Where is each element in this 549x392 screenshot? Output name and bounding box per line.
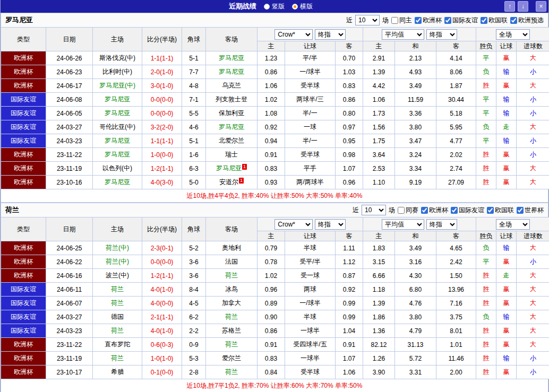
same-filter[interactable]: 同赛 bbox=[398, 206, 418, 215]
euro-home-odds-cell: 1.39 bbox=[363, 297, 395, 310]
euro-home-odds-cell: 1.18 bbox=[363, 283, 395, 297]
handicap-away-odds-cell: 1.07 bbox=[336, 162, 363, 176]
competition-filter[interactable]: 欧国联 bbox=[487, 206, 514, 215]
col-score-header: 比分(半场) bbox=[142, 28, 182, 51]
euro-away-odds-cell: 4.14 bbox=[436, 51, 476, 65]
home-team-cell: 罗马尼亚 bbox=[93, 134, 142, 148]
scope-select[interactable]: 全场 bbox=[496, 219, 530, 230]
same-filter-checkbox[interactable] bbox=[391, 17, 398, 24]
handicap-final-odds-select[interactable]: 终指 bbox=[315, 219, 346, 230]
competition-filter[interactable]: 世界杯 bbox=[517, 206, 544, 215]
same-filter[interactable]: 同主 bbox=[391, 16, 412, 25]
result-cell: 负 bbox=[476, 310, 496, 324]
down-arrow-icon: ↓ bbox=[521, 3, 525, 10]
euro-draw-odds-cell: 3.36 bbox=[395, 107, 436, 120]
competition-filter[interactable]: 欧洲预选 bbox=[510, 16, 544, 25]
competition-cell: 欧洲杯 bbox=[1, 365, 46, 379]
europe-final-odds-select[interactable]: 终指 bbox=[426, 29, 457, 40]
same-filter-checkbox[interactable] bbox=[398, 207, 405, 214]
competition-filter[interactable]: 国际友谊 bbox=[444, 16, 478, 25]
handicap-line-cell: 半/一 bbox=[285, 134, 336, 148]
scope-select[interactable]: 全场 bbox=[496, 29, 530, 40]
handicap-odds-source-select[interactable]: Crow* bbox=[274, 219, 313, 230]
euro-draw-odds-cell: 6.80 bbox=[395, 283, 436, 297]
handicap-result-cell: 赢 bbox=[496, 51, 517, 65]
euro-away-odds-cell: 5.18 bbox=[436, 107, 476, 120]
match-count-select[interactable]: 10 bbox=[362, 205, 386, 215]
competition-checkbox[interactable] bbox=[517, 207, 524, 214]
layout-radio[interactable]: 横版 bbox=[292, 2, 313, 11]
competition-filter[interactable]: 欧国联 bbox=[481, 16, 508, 25]
team-label: 荷兰 bbox=[225, 313, 238, 320]
handicap-final-odds-select[interactable]: 终指 bbox=[315, 29, 346, 40]
goals-result-cell: 小 bbox=[517, 93, 549, 107]
competition-checkbox[interactable] bbox=[487, 207, 494, 214]
team-section: 荷兰 近 10 场 同赛 欧洲杯国际友谊欧国联世界杯 bbox=[1, 203, 548, 392]
competition-filter[interactable]: 欧洲杯 bbox=[421, 206, 448, 215]
europe-odds-source-select[interactable]: 平均值 bbox=[382, 29, 424, 40]
date-cell: 24-03-23 bbox=[46, 324, 93, 338]
competition-cell: 欧洲杯 bbox=[1, 148, 46, 162]
goals-result-cell: 小 bbox=[517, 134, 549, 148]
europe-odds-group: 平均值 终指 bbox=[363, 217, 476, 231]
match-row: 欧洲杯 23-11-19 以色列(中) 1-2(1-1) 6-3 罗马尼亚1 0… bbox=[1, 162, 549, 176]
euro-home-odds-cell: 1.73 bbox=[363, 107, 395, 120]
team-label: 荷兰(中) bbox=[106, 244, 129, 251]
score-cell: 2-0(1-0) bbox=[142, 65, 182, 79]
away-team-cell: 奥地利 bbox=[206, 241, 258, 255]
window-title: 近期战绩 bbox=[229, 2, 256, 11]
move-up-button[interactable]: ↑ bbox=[504, 1, 515, 12]
score-cell: 0-0(0-0) bbox=[142, 107, 182, 120]
competition-label: 欧洲杯 bbox=[423, 16, 442, 25]
europe-odds-source-select[interactable]: 平均值 bbox=[382, 219, 424, 230]
euro-home-odds-cell: 1.86 bbox=[363, 310, 395, 324]
competition-checkbox[interactable] bbox=[415, 17, 422, 24]
col-corner-header: 角球 bbox=[182, 28, 206, 51]
team-label: 奥地利 bbox=[222, 244, 241, 251]
team-label: 罗马尼亚 bbox=[219, 123, 244, 130]
corner-cell: 2-2 bbox=[182, 324, 206, 338]
col-date-header: 日期 bbox=[46, 217, 93, 241]
close-button[interactable]: × bbox=[536, 1, 546, 12]
col-ah-result-header: 让球 bbox=[496, 41, 517, 51]
layout-radio[interactable]: 竖版 bbox=[264, 2, 285, 11]
date-cell: 24-06-23 bbox=[46, 65, 93, 79]
radio-icon bbox=[264, 4, 270, 10]
handicap-home-odds-cell: 0.91 bbox=[258, 338, 285, 352]
col-ah-line-header: 让球 bbox=[285, 41, 336, 51]
match-row: 欧洲杯 24-06-23 比利时(中) 2-0(1-0) 7-7 罗马尼亚 0.… bbox=[1, 65, 549, 79]
competition-filter[interactable]: 欧洲杯 bbox=[415, 16, 442, 25]
col-eu-draw-header: 和 bbox=[395, 231, 436, 241]
goals-result-cell: 小 bbox=[517, 255, 549, 269]
handicap-away-odds-cell: 0.99 bbox=[336, 297, 363, 310]
euro-home-odds-cell: 6.66 bbox=[363, 269, 395, 283]
competition-filter[interactable]: 国际友谊 bbox=[451, 206, 484, 215]
competition-checkbox[interactable] bbox=[510, 17, 517, 24]
col-ah-line-header: 让球 bbox=[285, 231, 336, 241]
away-team-cell: 罗马尼亚 bbox=[206, 51, 258, 65]
handicap-home-odds-cell: 0.94 bbox=[258, 134, 285, 148]
away-team-cell: 北爱尔兰 bbox=[206, 134, 258, 148]
goals-result-cell: 大 bbox=[517, 120, 549, 134]
competition-checkbox[interactable] bbox=[421, 207, 428, 214]
handicap-line-cell: 半/一 bbox=[285, 107, 336, 120]
match-count-select[interactable]: 10 bbox=[355, 15, 380, 25]
competition-label: 国际友谊 bbox=[452, 16, 478, 25]
competition-checkbox[interactable] bbox=[451, 207, 458, 214]
score-cell: 0-0(0-0) bbox=[142, 255, 182, 269]
move-down-button[interactable]: ↓ bbox=[518, 1, 528, 12]
home-team-cell: 希腊 bbox=[93, 365, 142, 379]
handicap-odds-source-select[interactable]: Crow* bbox=[274, 29, 313, 40]
euro-away-odds-cell: 8.06 bbox=[436, 65, 476, 79]
team-label: 罗马尼亚(中) bbox=[99, 82, 135, 89]
col-ah-away-header: 客 bbox=[336, 41, 363, 51]
competition-label: 世界杯 bbox=[525, 206, 544, 215]
home-team-cell: 荷兰 bbox=[93, 324, 142, 338]
competition-checkbox[interactable] bbox=[481, 17, 487, 24]
competition-checkbox[interactable] bbox=[444, 17, 451, 24]
europe-final-odds-select[interactable]: 终指 bbox=[426, 219, 457, 230]
handicap-line-cell: 平手 bbox=[285, 162, 336, 176]
team-label: 冰岛 bbox=[225, 285, 238, 293]
section-bar: 荷兰 近 10 场 同赛 欧洲杯国际友谊欧国联世界杯 bbox=[1, 203, 548, 217]
handicap-away-odds-cell: 0.99 bbox=[336, 310, 363, 324]
